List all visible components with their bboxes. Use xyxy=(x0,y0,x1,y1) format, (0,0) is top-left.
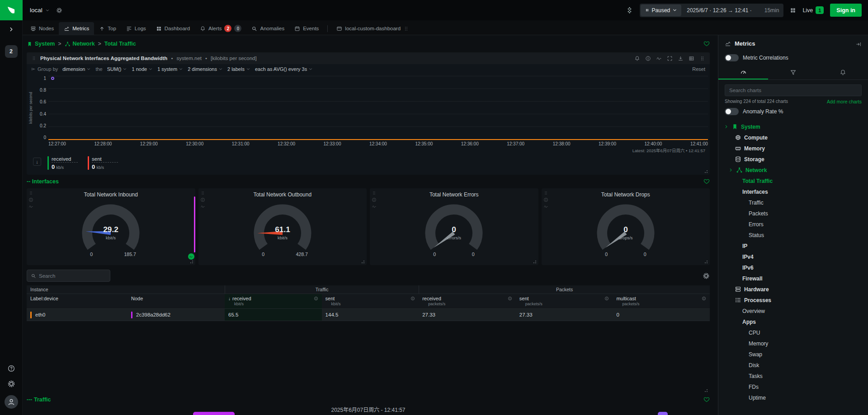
dimension-sort-icon[interactable]: ↓ xyxy=(33,158,41,166)
nodes-view-button[interactable] xyxy=(790,7,796,14)
resize-handle[interactable] xyxy=(361,260,365,264)
settings-button[interactable] xyxy=(7,380,15,388)
column-header-multicast-packets-s[interactable]: multicastpackets/s xyxy=(613,294,710,309)
tree-item-apps[interactable]: Apps xyxy=(718,317,868,327)
tab-top[interactable]: Top xyxy=(94,22,121,35)
plot-area[interactable] xyxy=(48,76,708,140)
tree-item-system[interactable]: System xyxy=(718,121,868,132)
expand-sidebar-button[interactable] xyxy=(8,26,14,33)
node-settings-button[interactable] xyxy=(56,7,62,14)
table-cell-sent[interactable]: 27.33 xyxy=(516,309,613,321)
tree-item-memory[interactable]: Memory xyxy=(718,338,868,349)
legend-item-received[interactable]: received0 kb/s xyxy=(47,156,78,170)
space-badge[interactable]: 2 xyxy=(5,45,18,58)
tree-item-traffic[interactable]: Traffic xyxy=(718,197,868,208)
column-header-received-kbit-s[interactable]: ↓receivedkbit/s xyxy=(225,294,322,309)
table-view-icon[interactable] xyxy=(689,56,694,61)
anomaly-rate-toggle[interactable] xyxy=(725,108,739,115)
gauge-card-total-network-inbound[interactable]: Total Network Inbound29.2kbit/s0185.7 xyxy=(27,188,195,265)
tree-item-network[interactable]: Network xyxy=(718,165,868,176)
tree-item-interfaces[interactable]: Interfaces xyxy=(718,187,868,197)
collapse-icon[interactable] xyxy=(31,67,36,71)
table-search[interactable] xyxy=(27,270,110,282)
tab-alerts[interactable] xyxy=(818,66,868,79)
column-header-sent-kbit-s[interactable]: sentkbit/s xyxy=(322,294,419,309)
tree-item-firewall[interactable]: Firewall xyxy=(718,273,868,284)
tab-local-custom-dashboard[interactable]: local-custom-dashboard xyxy=(331,22,414,35)
groupby-1-system[interactable]: 1 system xyxy=(157,66,183,72)
sign-in-button[interactable]: Sign in xyxy=(830,4,862,17)
tree-item-storage[interactable]: Storage xyxy=(718,154,868,165)
tree-item-ipv4[interactable]: IPv4 xyxy=(718,252,868,262)
drag-handle-icon[interactable] xyxy=(31,56,37,61)
tree-item-status[interactable]: Status xyxy=(718,230,868,241)
favorite-button[interactable] xyxy=(703,41,710,47)
tab-events[interactable]: Events xyxy=(289,22,324,35)
add-more-charts-link[interactable]: Add more charts xyxy=(827,99,862,104)
tree-item-tasks[interactable]: Tasks xyxy=(718,371,868,382)
tree-item-processes[interactable]: Processes xyxy=(718,295,868,306)
pause-button[interactable]: Paused xyxy=(641,5,682,16)
download-icon[interactable] xyxy=(678,56,684,61)
tab-nodes[interactable]: Nodes xyxy=(25,22,59,35)
tab-alerts[interactable]: Alerts20 xyxy=(195,22,246,35)
groupby-2-dimensions[interactable]: 2 dimensions xyxy=(188,66,223,72)
breadcrumb-item-system[interactable]: System xyxy=(27,41,55,47)
table-cell-label-device[interactable]: eth0 xyxy=(27,309,127,321)
info-icon[interactable] xyxy=(645,56,651,61)
tree-item-overview[interactable]: Overview xyxy=(718,306,868,317)
resize-handle[interactable] xyxy=(704,260,708,264)
interfaces-section-label[interactable]: -- Interfaces xyxy=(27,178,59,185)
tree-item-compute[interactable]: Compute xyxy=(718,132,868,143)
date-range[interactable]: 2025/6/7 · 12:26 → 12:41 · xyxy=(682,7,756,14)
reset-button[interactable]: Reset xyxy=(692,66,705,72)
groupby-2-labels[interactable]: 2 labels xyxy=(227,66,250,72)
tree-item-packets[interactable]: Packets xyxy=(718,208,868,219)
table-search-input[interactable] xyxy=(39,273,106,279)
groupby-1-node[interactable]: 1 node xyxy=(132,66,153,72)
help-button[interactable] xyxy=(7,364,15,373)
gauge-card-total-network-outbound[interactable]: Total Network Outbound61.1kbit/s0428.7 xyxy=(198,188,367,265)
groupby-sum-[interactable]: SUM() xyxy=(107,66,127,72)
fullscreen-icon[interactable] xyxy=(667,56,673,61)
column-header-sent-packets-s[interactable]: sentpackets/s xyxy=(516,294,613,309)
tree-item-fds[interactable]: FDs xyxy=(718,382,868,392)
breadcrumb-item-network[interactable]: Network xyxy=(65,41,95,47)
column-header-received-packets-s[interactable]: receivedpackets/s xyxy=(419,294,516,309)
tree-item-cpu[interactable]: CPU xyxy=(718,327,868,338)
tree-item-errors[interactable]: Errors xyxy=(718,219,868,230)
table-cell-node[interactable]: 2c398a28dd62 xyxy=(127,309,225,321)
tree-item-disk[interactable]: Disk xyxy=(718,360,868,371)
netdata-logo[interactable] xyxy=(0,0,23,20)
groupby-each-as-avg-every-3s[interactable]: each as AVG() every 3s xyxy=(255,66,313,72)
resize-handle[interactable] xyxy=(704,169,708,173)
live-indicator[interactable]: Live 1 xyxy=(802,6,824,14)
tab-logs[interactable]: Logs xyxy=(121,22,151,35)
favorite-button[interactable] xyxy=(703,178,710,185)
tab-dashboard[interactable]: Dashboard xyxy=(151,22,195,35)
charts-search-input[interactable] xyxy=(725,84,862,96)
metric-correlations-toggle[interactable] xyxy=(725,54,739,61)
table-settings-button[interactable] xyxy=(703,272,710,280)
node-selector[interactable]: local xyxy=(30,7,50,14)
sort-desc-icon[interactable]: ↓ xyxy=(228,296,231,301)
legend-item-sent[interactable]: sent0 kb/s xyxy=(88,156,118,170)
alerts-bell-icon[interactable] xyxy=(634,56,640,61)
tree-item-total-traffic[interactable]: Total Traffic xyxy=(718,176,868,187)
resize-handle[interactable] xyxy=(704,388,708,392)
tree-item-hardware[interactable]: Hardware xyxy=(718,284,868,295)
line-chart[interactable]: kilobits per second 10.80.60.40.20 xyxy=(27,74,710,140)
tree-item-memory[interactable]: Memory xyxy=(718,143,868,154)
tab-filters[interactable] xyxy=(768,66,818,79)
resize-handle[interactable] xyxy=(189,260,193,264)
tab-metrics[interactable]: Metrics xyxy=(59,22,94,35)
table-cell-multicast[interactable]: 0 xyxy=(613,309,710,321)
table-cell-received[interactable]: 65.5 xyxy=(225,309,322,321)
tab-anomalies[interactable]: Anomalies xyxy=(246,22,289,35)
gauge-card-total-network-drops[interactable]: Total Network Drops0drops/s00 xyxy=(542,188,710,265)
tree-item-swap[interactable]: Swap xyxy=(718,349,868,360)
anoma­ly-ribbon-icon[interactable] xyxy=(656,56,662,61)
anomaly-advisor-button[interactable] xyxy=(626,6,633,14)
drag-dots-icon[interactable] xyxy=(699,56,705,61)
anomaly-badge[interactable] xyxy=(188,253,194,260)
